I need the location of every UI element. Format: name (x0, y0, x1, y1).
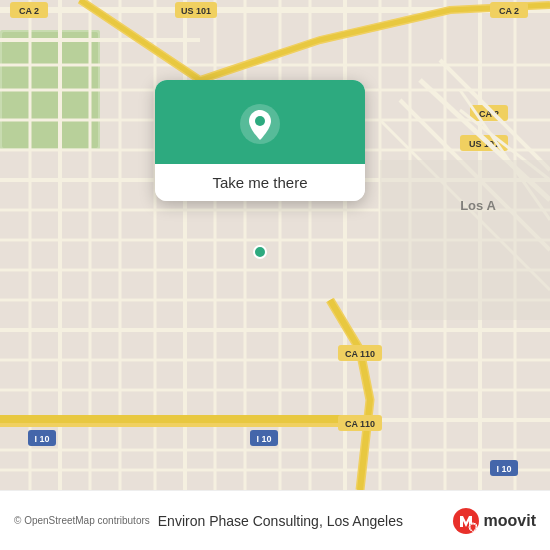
location-pin-icon (238, 102, 282, 146)
map-svg: CA 2 US 101 CA 2 CA 2 US 101 I 10 I 10 I… (0, 0, 550, 490)
bottom-bar: © OpenStreetMap contributors Environ Pha… (0, 490, 550, 550)
svg-rect-47 (0, 415, 350, 423)
svg-text:CA 2: CA 2 (19, 6, 39, 16)
popup-green-header (155, 80, 365, 164)
svg-rect-65 (380, 160, 550, 320)
moovit-icon (452, 507, 480, 535)
svg-text:I 10: I 10 (256, 434, 271, 444)
svg-text:CA 110: CA 110 (345, 349, 375, 359)
take-me-there-button[interactable]: Take me there (155, 164, 365, 201)
svg-text:I 10: I 10 (496, 464, 511, 474)
svg-text:US 101: US 101 (181, 6, 211, 16)
svg-text:CA 110: CA 110 (345, 419, 375, 429)
copyright-text: © OpenStreetMap contributors (14, 515, 150, 526)
svg-point-66 (254, 246, 266, 258)
moovit-logo: moovit (452, 507, 536, 535)
popup-card: Take me there (155, 80, 365, 201)
place-name: Environ Phase Consulting, Los Angeles (158, 513, 452, 529)
svg-text:CA 2: CA 2 (499, 6, 519, 16)
map-container: CA 2 US 101 CA 2 CA 2 US 101 I 10 I 10 I… (0, 0, 550, 490)
moovit-label: moovit (484, 512, 536, 530)
svg-text:I 10: I 10 (34, 434, 49, 444)
svg-point-68 (255, 116, 265, 126)
